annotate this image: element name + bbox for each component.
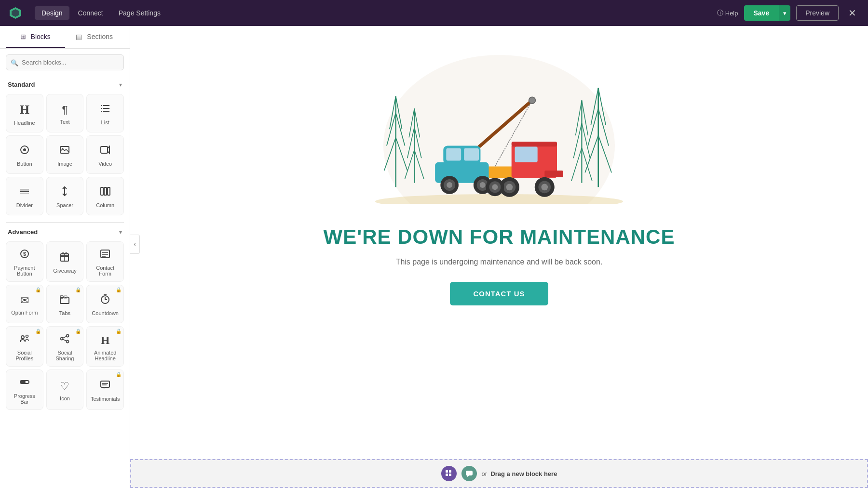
svg-rect-65 — [464, 148, 479, 161]
contact-us-button[interactable]: CONTACT US — [450, 282, 548, 305]
svg-point-61 — [529, 97, 536, 104]
standard-section-header[interactable]: Standard ▾ — [0, 76, 130, 92]
svg-point-77 — [506, 184, 513, 190]
search-wrap: 🔍 — [0, 49, 130, 76]
svg-rect-82 — [449, 470, 451, 473]
drag-grid-icon — [441, 466, 457, 481]
save-dropdown-button[interactable]: ▾ — [779, 5, 790, 21]
block-optin-form[interactable]: 🔒 ✉ Optin Form — [6, 285, 43, 323]
svg-marker-11 — [108, 146, 109, 153]
advanced-section-header[interactable]: Advanced ▾ — [0, 224, 130, 239]
standard-chevron-icon: ▾ — [119, 81, 122, 88]
block-tabs[interactable]: 🔒 Tabs — [46, 285, 84, 323]
svg-rect-83 — [446, 474, 448, 476]
svg-rect-84 — [449, 474, 451, 476]
contact-form-icon — [100, 249, 110, 262]
testimonials-icon — [100, 380, 110, 393]
payment-button-icon: $ — [19, 249, 30, 262]
save-group: Save ▾ — [744, 5, 791, 21]
svg-rect-18 — [108, 187, 110, 195]
svg-line-40 — [63, 336, 67, 338]
block-animated-headline[interactable]: 🔒 H Animated Headline — [86, 326, 124, 367]
svg-rect-16 — [101, 187, 103, 195]
countdown-icon — [100, 294, 110, 307]
svg-rect-55 — [515, 146, 538, 162]
connect-tab[interactable]: Connect — [71, 6, 110, 20]
svg-rect-10 — [101, 146, 108, 153]
block-contact-form[interactable]: Contact Form — [86, 241, 124, 282]
svg-rect-44 — [101, 381, 109, 387]
svg-rect-43 — [20, 381, 26, 383]
block-headline[interactable]: H Headline — [6, 94, 43, 132]
svg-rect-57 — [544, 171, 563, 177]
block-image[interactable]: Image — [46, 135, 84, 174]
column-icon — [100, 186, 110, 199]
preview-button[interactable]: Preview — [796, 5, 839, 21]
lock-icon-countdown: 🔒 — [116, 287, 122, 292]
svg-rect-56 — [512, 142, 557, 146]
progress-bar-icon — [19, 377, 30, 390]
svg-rect-85 — [466, 471, 473, 475]
block-button[interactable]: Button — [6, 135, 43, 174]
canvas: WE'RE DOWN FOR MAINTENANCE This page is … — [130, 26, 868, 488]
save-button[interactable]: Save — [744, 5, 779, 21]
drag-bubble-icon — [461, 466, 477, 481]
maintenance-title: WE'RE DOWN FOR MAINTENANCE — [324, 225, 675, 249]
image-icon — [59, 145, 70, 158]
block-payment-button[interactable]: $ Payment Button — [6, 241, 43, 282]
tow-truck-svg — [354, 55, 644, 204]
svg-text:$: $ — [23, 251, 26, 257]
sidebar-tab-bar: ⊞ Blocks ▤ Sections — [0, 26, 130, 49]
tabs-icon — [59, 294, 70, 307]
drop-zone[interactable]: or Drag a new block here — [130, 459, 868, 488]
block-spacer[interactable]: Spacer — [46, 177, 84, 215]
lock-icon-testimonials: 🔒 — [116, 372, 122, 377]
svg-point-38 — [67, 341, 69, 343]
svg-point-39 — [61, 338, 63, 340]
headline-icon: H — [20, 103, 29, 117]
block-column[interactable]: Column — [86, 177, 124, 215]
blocks-icon: ⊞ — [20, 33, 26, 40]
text-icon: ¶ — [62, 104, 68, 116]
block-testimonials[interactable]: 🔒 Testimonials — [86, 369, 124, 410]
lock-icon-social-profiles: 🔒 — [35, 329, 41, 334]
drop-zone-inner: or Drag a new block here — [441, 466, 557, 481]
section-divider — [6, 222, 124, 223]
block-icon[interactable]: ♡ Icon — [46, 369, 84, 410]
svg-point-80 — [492, 184, 498, 190]
lock-icon: 🔒 — [35, 287, 41, 292]
block-social-profiles[interactable]: 🔒 Social Profiles — [6, 326, 43, 367]
block-countdown[interactable]: 🔒 Countdown — [86, 285, 124, 323]
sidebar: ⊞ Blocks ▤ Sections 🔍 Standard ▾ H Headl… — [0, 26, 130, 488]
block-progress-bar[interactable]: Progress Bar — [6, 369, 43, 410]
drop-zone-text: or Drag a new block here — [482, 470, 557, 477]
svg-point-7 — [23, 148, 26, 151]
page-settings-tab[interactable]: Page Settings — [112, 6, 167, 20]
advanced-blocks-grid: $ Payment Button Giveaway Contact Form 🔒… — [0, 239, 130, 416]
svg-point-36 — [26, 335, 28, 338]
tab-blocks[interactable]: ⊞ Blocks — [6, 26, 65, 48]
close-button[interactable]: ✕ — [844, 5, 860, 21]
giveaway-icon — [59, 251, 70, 265]
sidebar-collapse-button[interactable]: ‹ — [130, 235, 140, 254]
search-input[interactable] — [6, 54, 124, 70]
design-tab[interactable]: Design — [35, 6, 69, 20]
maintenance-subtitle: This page is undergoing maintenance and … — [396, 258, 603, 266]
block-social-sharing[interactable]: 🔒 Social Sharing — [46, 326, 84, 367]
block-text[interactable]: ¶ Text — [46, 94, 84, 132]
svg-point-35 — [21, 336, 24, 339]
tab-sections[interactable]: ▤ Sections — [65, 26, 124, 48]
block-giveaway[interactable]: Giveaway — [46, 241, 84, 282]
svg-line-41 — [63, 339, 67, 341]
help-button[interactable]: ⓘ Help — [717, 9, 738, 17]
button-icon — [19, 145, 30, 158]
standard-blocks-grid: H Headline ¶ Text List Button Image — [0, 92, 130, 221]
top-navigation: Design Connect Page Settings ⓘ Help Save… — [0, 0, 868, 26]
svg-point-74 — [541, 184, 548, 190]
block-video[interactable]: Video — [86, 135, 124, 174]
sections-icon: ▤ — [76, 33, 82, 40]
svg-point-9 — [62, 148, 64, 150]
svg-point-71 — [480, 182, 486, 188]
block-list[interactable]: List — [86, 94, 124, 132]
block-divider[interactable]: Divider — [6, 177, 43, 215]
